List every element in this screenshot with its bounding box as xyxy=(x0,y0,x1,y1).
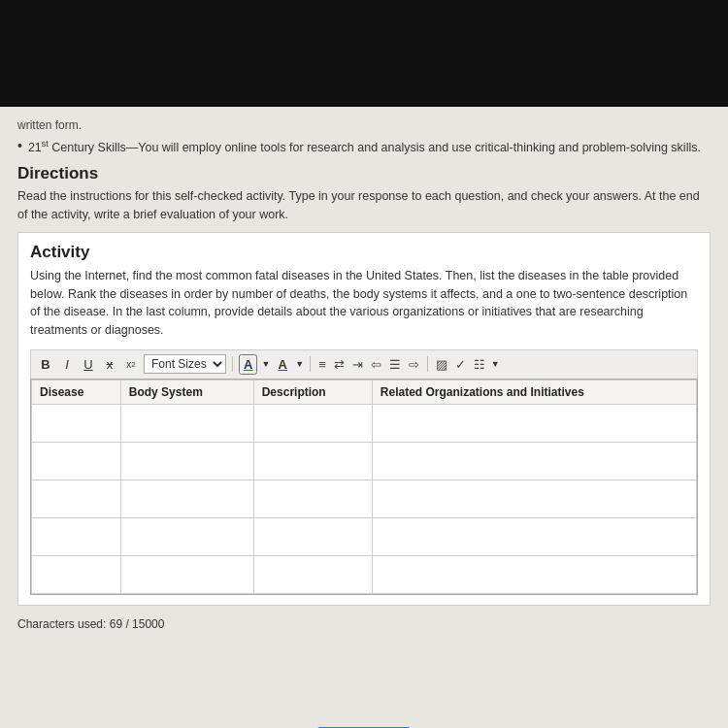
cell-description-1[interactable] xyxy=(253,404,372,442)
cell-description-4[interactable] xyxy=(253,517,372,555)
image-icon[interactable]: ▨ xyxy=(434,356,449,373)
editor-toolbar: B I U x x2 Font Sizes A ▼ A ▼ ≡ ⇄ ⇥ ⇦ ☰ … xyxy=(30,349,698,379)
char-count: Characters used: 69 / 15000 xyxy=(17,613,711,635)
table-row xyxy=(32,404,697,442)
italic-button[interactable]: I xyxy=(58,356,76,373)
table-icon[interactable]: ☷ xyxy=(472,356,487,373)
cell-organizations-4[interactable] xyxy=(372,517,696,555)
disease-table: Disease Body System Description Related … xyxy=(31,380,697,594)
directions-body: Read the instructions for this self-chec… xyxy=(17,187,711,224)
table-row xyxy=(32,480,697,517)
align-right-icon[interactable]: ⇨ xyxy=(407,356,421,373)
cell-organizations-3[interactable] xyxy=(372,480,696,517)
color-down-icon[interactable]: ▼ xyxy=(261,359,270,369)
cell-disease-5[interactable] xyxy=(32,555,121,593)
strikethrough-button[interactable]: x xyxy=(101,356,118,373)
underline-button[interactable]: U xyxy=(80,356,97,373)
top-black-bar xyxy=(0,0,728,107)
list-unordered-icon[interactable]: ≡ xyxy=(316,356,328,373)
cell-organizations-1[interactable] xyxy=(372,404,696,442)
highlight-down-icon[interactable]: ▼ xyxy=(295,359,304,369)
cell-description-5[interactable] xyxy=(253,555,372,593)
activity-heading: Activity xyxy=(30,243,698,262)
bullet-dot: • xyxy=(17,138,22,153)
directions-heading: Directions xyxy=(17,164,711,183)
written-form-text: written form. xyxy=(17,118,711,132)
table-header-row: Disease Body System Description Related … xyxy=(32,380,697,404)
superscript: st xyxy=(42,139,49,149)
cell-body-system-3[interactable] xyxy=(120,480,253,517)
table-row xyxy=(32,442,697,480)
activity-box: Activity Using the Internet, find the mo… xyxy=(17,232,711,606)
century-label: 21 xyxy=(28,141,42,154)
subscript-button[interactable]: x2 xyxy=(122,358,140,371)
highlight-button[interactable]: A xyxy=(274,356,291,373)
cell-organizations-2[interactable] xyxy=(372,442,696,480)
cell-disease-4[interactable] xyxy=(32,517,121,555)
cell-organizations-5[interactable] xyxy=(372,555,696,593)
check-icon[interactable]: ✓ xyxy=(453,356,468,373)
col-organizations: Related Organizations and Initiatives xyxy=(372,380,696,404)
page-content: written form. • 21st Century Skills—You … xyxy=(0,107,728,728)
bold-button[interactable]: B xyxy=(37,356,54,373)
cell-description-3[interactable] xyxy=(253,480,372,517)
bullet-item-century-skills: • 21st Century Skills—You will employ on… xyxy=(17,138,711,156)
table-down-icon[interactable]: ▼ xyxy=(491,359,500,369)
data-table-area: Disease Body System Description Related … xyxy=(30,379,698,595)
century-skills-word: Century Skills xyxy=(51,141,125,154)
text-color-button[interactable]: A xyxy=(239,354,257,375)
col-description: Description xyxy=(253,380,372,404)
col-disease: Disease xyxy=(32,380,121,404)
cell-body-system-5[interactable] xyxy=(120,555,253,593)
cell-disease-1[interactable] xyxy=(32,404,121,442)
list-ordered-icon[interactable]: ⇄ xyxy=(332,356,347,373)
align-center-icon[interactable]: ☰ xyxy=(387,356,403,373)
table-row xyxy=(32,555,697,593)
cell-disease-3[interactable] xyxy=(32,480,121,517)
toolbar-separator-3 xyxy=(427,356,428,372)
toolbar-separator-1 xyxy=(232,356,233,372)
toolbar-separator-2 xyxy=(310,356,311,372)
indent-increase-icon[interactable]: ⇥ xyxy=(350,356,365,373)
cell-body-system-4[interactable] xyxy=(120,517,253,555)
cell-body-system-1[interactable] xyxy=(120,404,253,442)
bullet-body: —You will employ online tools for resear… xyxy=(126,141,701,154)
cell-description-2[interactable] xyxy=(253,442,372,480)
table-row xyxy=(32,517,697,555)
century-skills-text: 21st Century Skills—You will employ onli… xyxy=(28,138,701,156)
col-body-system: Body System xyxy=(120,380,253,404)
font-sizes-select[interactable]: Font Sizes xyxy=(144,354,226,374)
activity-description: Using the Internet, find the most common… xyxy=(30,267,698,340)
cell-body-system-2[interactable] xyxy=(120,442,253,480)
cell-disease-2[interactable] xyxy=(32,442,121,480)
align-left-icon[interactable]: ⇦ xyxy=(369,356,383,373)
